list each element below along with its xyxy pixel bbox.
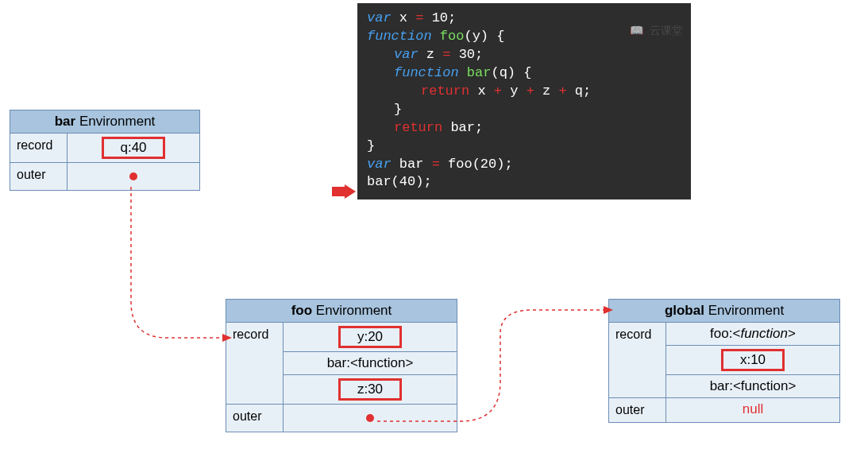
env-foo-title: foo Environment	[226, 300, 457, 323]
record-label: record	[226, 323, 284, 404]
svg-marker-0	[332, 184, 356, 199]
outer-pointer	[284, 405, 457, 432]
record-value: bar:<function>	[284, 352, 457, 375]
record-value: y:20	[284, 323, 457, 352]
record-label: record	[10, 134, 68, 162]
execution-pointer-arrow-icon	[332, 184, 356, 199]
outer-null: null	[666, 398, 839, 420]
watermark-text: 📖 云课堂	[630, 24, 683, 39]
env-global-outer-row: outer null	[609, 398, 839, 422]
record-label: record	[609, 323, 666, 397]
connector-bar-to-foo	[127, 183, 238, 358]
record-value: q:40	[68, 134, 199, 162]
outer-label: outer	[609, 398, 666, 422]
record-value: bar:<function>	[666, 375, 839, 397]
env-global-record-row: record foo:<function> x:10 bar:<function…	[609, 323, 839, 398]
env-global-title: global Environment	[609, 300, 839, 323]
record-value: x:10	[666, 346, 839, 375]
record-value: z:30	[284, 375, 457, 404]
env-bar-record-row: record q:40	[10, 134, 199, 163]
env-bar-title: bar Environment	[10, 110, 199, 134]
code-panel: 📖 云课堂 var x = 10;function foo(y) {var z …	[357, 3, 691, 199]
record-value: foo:<function>	[666, 323, 839, 346]
env-foo-record-row: record y:20 bar:<function> z:30	[226, 323, 457, 405]
outer-pointer	[68, 163, 199, 190]
env-global: global Environment record foo:<function>…	[608, 299, 840, 423]
outer-label: outer	[226, 405, 284, 432]
env-bar: bar Environment record q:40 outer	[10, 110, 200, 191]
env-foo: foo Environment record y:20 bar:<functio…	[226, 299, 457, 432]
env-bar-outer-row: outer	[10, 163, 199, 190]
outer-label: outer	[10, 163, 68, 190]
env-foo-outer-row: outer	[226, 405, 457, 432]
